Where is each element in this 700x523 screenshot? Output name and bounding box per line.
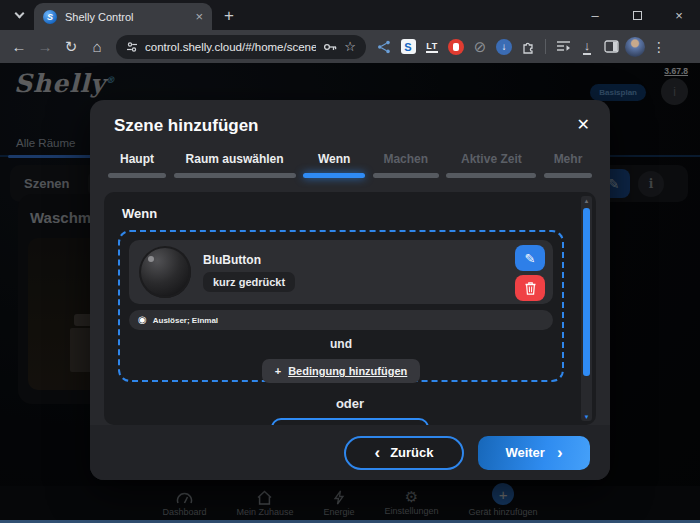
adblock-extension-icon[interactable]: [444, 35, 468, 59]
address-bar[interactable]: control.shelly.cloud/#/home/scene... ☆: [116, 35, 366, 59]
scrollbar[interactable]: ▴ ▾: [581, 196, 592, 421]
or-label: oder: [104, 396, 596, 411]
condition-group: BluButton kurz gedrückt ✎: [118, 230, 564, 382]
chevron-left-icon: ‹: [374, 444, 380, 461]
add-or-condition-button[interactable]: + Bedingung hinzufügen: [271, 418, 429, 425]
chevron-down-icon: [14, 9, 24, 19]
dialog-footer: ‹ Zurück Weiter ›: [90, 425, 610, 480]
avatar: [625, 37, 645, 57]
wizard-steps: Haupt Raum auswählen Wenn Machen Aktive …: [108, 152, 592, 178]
tab-search-button[interactable]: [6, 3, 32, 27]
tab-close-button[interactable]: ×: [195, 10, 203, 23]
minimize-button[interactable]: –: [574, 0, 616, 30]
side-panel-icon[interactable]: [599, 35, 623, 59]
tab-title: Shelly Control: [65, 11, 187, 23]
maximize-button[interactable]: [616, 0, 658, 30]
downloads-icon[interactable]: ↓: [575, 35, 599, 59]
browser-toolbar: ← → ↻ ⌂ control.shelly.cloud/#/home/scen…: [0, 30, 700, 63]
reload-button[interactable]: ↻: [58, 34, 84, 60]
back-step-button[interactable]: ‹ Zurück: [344, 436, 464, 470]
trigger-device-card: BluButton kurz gedrückt ✎: [129, 240, 553, 304]
blubutton-device-image: [139, 246, 191, 298]
new-tab-button[interactable]: +: [224, 7, 234, 24]
step-machen: Machen: [373, 152, 439, 178]
share-extension-icon[interactable]: [372, 35, 396, 59]
shelly-favicon-icon: S: [43, 10, 57, 24]
add-condition-button[interactable]: + Bedingung hinzufügen: [262, 359, 421, 383]
blocked-extension-icon[interactable]: ⊘: [468, 35, 492, 59]
section-heading: Wenn: [122, 206, 157, 221]
back-button[interactable]: ←: [6, 34, 32, 60]
plus-icon: +: [275, 365, 281, 377]
bookmark-star-icon[interactable]: ☆: [344, 39, 356, 54]
password-key-icon[interactable]: [323, 42, 337, 52]
delete-condition-button[interactable]: [515, 275, 545, 301]
tab-strip: S Shelly Control × + – ×: [0, 0, 700, 30]
shelly-app-page: Shelly® 3.67.8 Basisplan i Alle Räume Sz…: [0, 63, 700, 523]
pencil-icon: ✎: [525, 251, 536, 266]
edit-condition-button[interactable]: ✎: [515, 245, 545, 271]
extensions-puzzle-icon[interactable]: [516, 35, 540, 59]
toolbar-divider: [545, 39, 546, 54]
downloader-extension-icon[interactable]: ↓: [492, 35, 516, 59]
profile-avatar[interactable]: [623, 35, 647, 59]
languagetool-extension-icon[interactable]: LT: [420, 35, 444, 59]
step-raum-auswaehlen[interactable]: Raum auswählen: [174, 152, 296, 178]
step-mehr: Mehr: [544, 152, 592, 178]
step-wenn[interactable]: Wenn: [303, 152, 365, 178]
browser-tab[interactable]: S Shelly Control ×: [34, 3, 212, 30]
step-haupt[interactable]: Haupt: [108, 152, 166, 178]
scroll-up-arrow[interactable]: ▴: [581, 196, 592, 205]
scroll-down-arrow[interactable]: ▾: [581, 412, 592, 421]
s-extension-icon[interactable]: S: [396, 35, 420, 59]
trash-icon: [525, 282, 536, 295]
window-close-button[interactable]: ×: [658, 0, 700, 30]
browser-window: S Shelly Control × + – × ← → ↻ ⌂ control…: [0, 0, 700, 523]
and-label: und: [129, 337, 553, 351]
chevron-right-icon: ›: [557, 444, 563, 461]
maximize-icon: [633, 11, 642, 20]
step-aktive-zeit: Aktive Zeit: [446, 152, 536, 178]
window-controls: – ×: [574, 0, 700, 30]
url-text[interactable]: control.shelly.cloud/#/home/scene...: [145, 41, 316, 53]
dialog-title: Szene hinzufügen: [114, 116, 259, 136]
device-name: BluButton: [203, 253, 261, 267]
radio-icon: ◉: [138, 315, 147, 325]
trigger-mode-chip[interactable]: ◉ Auslöser; Einmal: [129, 310, 553, 330]
dialog-close-button[interactable]: ✕: [577, 115, 590, 134]
site-settings-icon[interactable]: [126, 41, 138, 53]
browser-menu-button[interactable]: ⋮: [647, 35, 671, 59]
add-scene-dialog: Szene hinzufügen ✕ Haupt Raum auswählen …: [90, 100, 610, 480]
media-controls-icon[interactable]: [551, 35, 575, 59]
conditions-scroll-area: Wenn BluButton kurz gedrückt ✎: [104, 192, 596, 425]
scrollbar-thumb[interactable]: [583, 208, 590, 376]
home-button[interactable]: ⌂: [84, 34, 110, 60]
forward-button: →: [32, 34, 58, 60]
next-step-button[interactable]: Weiter ›: [478, 436, 590, 470]
device-event-badge: kurz gedrückt: [203, 272, 295, 292]
